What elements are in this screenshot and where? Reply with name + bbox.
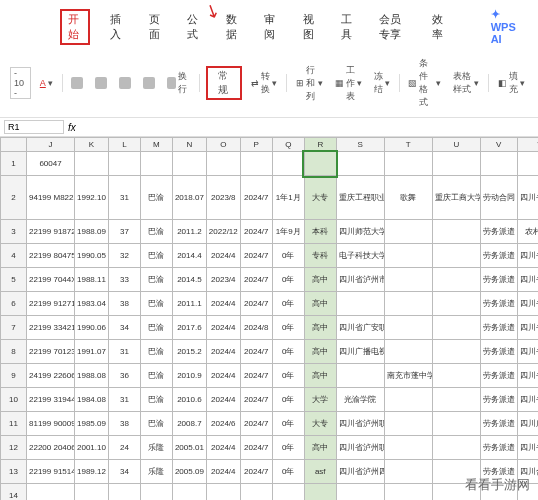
cell[interactable]: 巴渝 bbox=[140, 340, 172, 364]
cell[interactable] bbox=[27, 484, 75, 501]
name-box-input[interactable] bbox=[4, 120, 64, 134]
cell[interactable]: 四川省泸州市昌图县 bbox=[336, 268, 384, 292]
cell[interactable]: 四川省泸州市合江县金口镇山村 bbox=[517, 176, 538, 220]
row-header[interactable]: 5 bbox=[1, 268, 27, 292]
corner-cell[interactable] bbox=[1, 138, 27, 152]
cell[interactable]: 36 bbox=[108, 364, 140, 388]
cell[interactable]: 2024/7 bbox=[240, 460, 272, 484]
table-style-button[interactable]: 表格样式▾ bbox=[450, 68, 482, 98]
cell[interactable]: 四川广安市区 bbox=[517, 412, 538, 436]
cell[interactable]: 2024/4 bbox=[206, 388, 240, 412]
cell[interactable] bbox=[432, 412, 480, 436]
cell[interactable] bbox=[432, 292, 480, 316]
cell[interactable]: 0年 bbox=[272, 460, 304, 484]
cell[interactable]: 2014.5 bbox=[172, 268, 206, 292]
cell[interactable]: 巴渝 bbox=[140, 316, 172, 340]
cell[interactable]: 2024/7 bbox=[240, 220, 272, 244]
cell[interactable]: 2017.6 bbox=[172, 316, 206, 340]
cell[interactable]: 2018.07 bbox=[172, 176, 206, 220]
cell[interactable]: 2015.2 bbox=[172, 340, 206, 364]
cell[interactable]: 2024/7 bbox=[240, 436, 272, 460]
cell[interactable]: 0年 bbox=[272, 292, 304, 316]
cell[interactable]: 巴渝 bbox=[140, 388, 172, 412]
row-header[interactable]: 10 bbox=[1, 388, 27, 412]
cell[interactable] bbox=[272, 152, 304, 176]
number-format-dropdown[interactable]: 常规 bbox=[206, 66, 242, 100]
cell[interactable]: 2022/12 bbox=[206, 220, 240, 244]
tab-efficiency[interactable]: 效率 bbox=[428, 10, 450, 44]
row-header[interactable]: 9 bbox=[1, 364, 27, 388]
cell[interactable]: 高中 bbox=[304, 340, 336, 364]
cell[interactable] bbox=[517, 152, 538, 176]
cell[interactable]: 2024/4 bbox=[206, 364, 240, 388]
cell[interactable]: 高中 bbox=[304, 364, 336, 388]
cell[interactable]: 巴渝 bbox=[140, 176, 172, 220]
cell[interactable]: 2024/4 bbox=[206, 460, 240, 484]
cell[interactable]: 高中 bbox=[304, 268, 336, 292]
cell[interactable] bbox=[108, 484, 140, 501]
cell[interactable]: 31 bbox=[108, 388, 140, 412]
row-header[interactable]: 1 bbox=[1, 152, 27, 176]
cell[interactable] bbox=[75, 484, 109, 501]
row-header[interactable]: 4 bbox=[1, 244, 27, 268]
cell[interactable] bbox=[384, 388, 432, 412]
cell[interactable] bbox=[240, 152, 272, 176]
cell[interactable] bbox=[384, 484, 432, 501]
cell[interactable] bbox=[108, 152, 140, 176]
cell[interactable] bbox=[432, 388, 480, 412]
cell[interactable]: 22199 91514 bbox=[27, 460, 75, 484]
cell[interactable]: 四川省泸州市昌图县 bbox=[517, 268, 538, 292]
cell[interactable] bbox=[140, 152, 172, 176]
cell[interactable]: 33 bbox=[108, 268, 140, 292]
cell[interactable]: 劳动合同 bbox=[480, 176, 517, 220]
row-header[interactable]: 7 bbox=[1, 316, 27, 340]
fx-icon[interactable]: fx bbox=[68, 122, 76, 133]
cell[interactable]: 1990.05 bbox=[75, 244, 109, 268]
freeze-button[interactable]: 冻结▾ bbox=[371, 68, 393, 98]
cell[interactable]: 巴渝 bbox=[140, 412, 172, 436]
col-header-O[interactable]: O bbox=[206, 138, 240, 152]
cell[interactable] bbox=[336, 364, 384, 388]
cell[interactable]: 22199 33421 bbox=[27, 316, 75, 340]
cell[interactable]: 巴渝 bbox=[140, 292, 172, 316]
cell[interactable] bbox=[384, 268, 432, 292]
cell[interactable]: 1983.04 bbox=[75, 292, 109, 316]
cell[interactable]: 2024/6 bbox=[206, 412, 240, 436]
cell[interactable]: 1992.10 bbox=[75, 176, 109, 220]
cell[interactable] bbox=[384, 220, 432, 244]
row-header[interactable]: 2 bbox=[1, 176, 27, 220]
cell[interactable]: 2023/4 bbox=[206, 268, 240, 292]
row-col-button[interactable]: ⊞ 行和列▾ bbox=[293, 62, 326, 105]
cell[interactable]: 2024/8 bbox=[240, 316, 272, 340]
cell[interactable]: 巴渝 bbox=[140, 364, 172, 388]
cell[interactable] bbox=[432, 220, 480, 244]
cell[interactable] bbox=[206, 152, 240, 176]
cell[interactable]: 38 bbox=[108, 292, 140, 316]
cell[interactable] bbox=[336, 292, 384, 316]
cell[interactable]: 2024/7 bbox=[240, 268, 272, 292]
convert-button[interactable]: ⇄ 转换▾ bbox=[248, 68, 280, 98]
cell[interactable] bbox=[206, 484, 240, 501]
cell[interactable]: 大专 bbox=[304, 412, 336, 436]
font-color-button[interactable]: A▾ bbox=[37, 76, 56, 90]
cell[interactable]: 2008.7 bbox=[172, 412, 206, 436]
tab-review[interactable]: 审阅 bbox=[260, 10, 282, 44]
tab-tools[interactable]: 工具 bbox=[337, 10, 359, 44]
cell[interactable]: 2024/4 bbox=[206, 292, 240, 316]
cell[interactable]: 94199 M822X bbox=[27, 176, 75, 220]
tab-page[interactable]: 页面 bbox=[145, 10, 167, 44]
cell[interactable]: 37 bbox=[108, 220, 140, 244]
cell[interactable]: 劳务派遣 bbox=[480, 364, 517, 388]
tab-wps-ai[interactable]: ✦ WPS AI bbox=[487, 6, 528, 47]
cell[interactable]: 四川省泸州职业技术学院 bbox=[336, 436, 384, 460]
cell[interactable]: 高中 bbox=[304, 436, 336, 460]
cell[interactable]: 本科 bbox=[304, 220, 336, 244]
col-header-W[interactable]: W bbox=[517, 138, 538, 152]
align-left-button[interactable] bbox=[68, 75, 86, 91]
row-header[interactable]: 3 bbox=[1, 220, 27, 244]
cell[interactable]: 2024/4 bbox=[206, 316, 240, 340]
cell[interactable]: 2001.10 bbox=[75, 436, 109, 460]
cell[interactable]: 2010.9 bbox=[172, 364, 206, 388]
cell[interactable]: 2014.4 bbox=[172, 244, 206, 268]
cell[interactable] bbox=[384, 152, 432, 176]
